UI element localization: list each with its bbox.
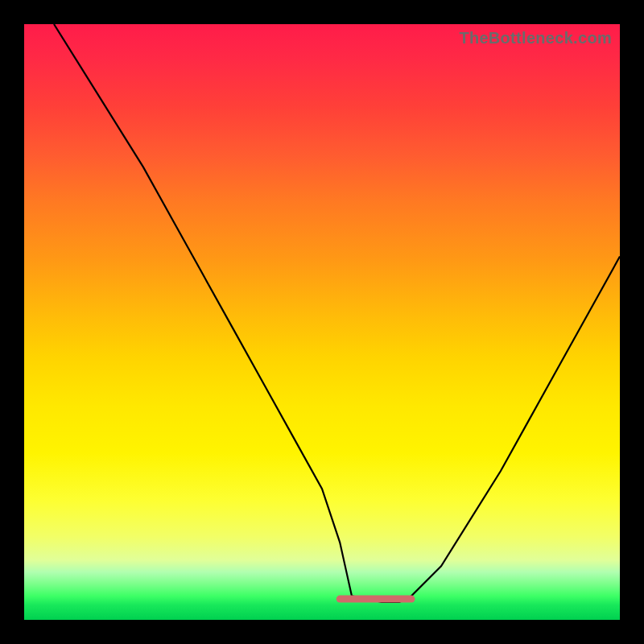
chart-frame: TheBottleneck.com (0, 0, 644, 644)
plot-area: TheBottleneck.com (24, 24, 620, 620)
bottleneck-curve (24, 24, 620, 620)
curve-path (54, 24, 620, 602)
